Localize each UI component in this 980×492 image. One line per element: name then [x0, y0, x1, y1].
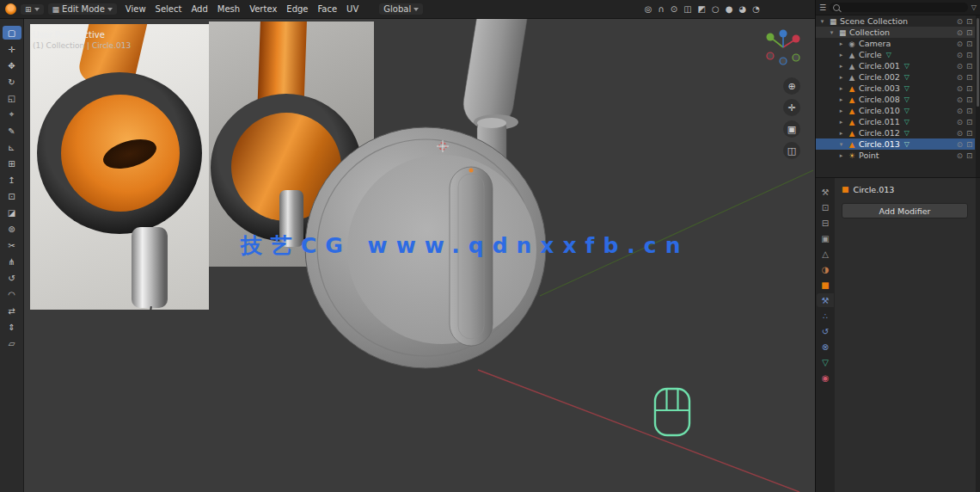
add-cube-tool[interactable]: ⊞	[3, 157, 21, 170]
hide-eye-toggle[interactable]: ⊙	[957, 95, 963, 104]
expand-arrow-icon[interactable]: ▸	[837, 108, 845, 114]
menu-vertex[interactable]: Vertex	[245, 3, 281, 15]
disable-render-toggle[interactable]: ⊡	[966, 129, 972, 138]
outliner-row[interactable]: ▾ ▦ Scene Collection ⊙ ⊡	[816, 15, 975, 27]
scale-tool[interactable]: ◱	[3, 91, 21, 105]
outliner-row[interactable]: ▸ ▲ Circle.008 ▽ ⊙ ⊡	[816, 94, 975, 105]
expand-arrow-icon[interactable]: ▸	[837, 152, 845, 159]
tab-view-layer[interactable]: ▣	[817, 231, 834, 245]
blender-logo-icon[interactable]	[5, 3, 16, 15]
disable-render-toggle[interactable]: ⊡	[966, 73, 972, 82]
outliner-row[interactable]: ▸ ▲ Circle.010 ▽ ⊙ ⊡	[816, 105, 975, 116]
outliner-row[interactable]: ▸ ▲ Circle.011 ▽ ⊙ ⊡	[816, 116, 975, 127]
tab-material[interactable]: ◉	[817, 371, 834, 384]
zoom-icon[interactable]: ⊕	[783, 77, 800, 95]
transform-tool[interactable]: ⌖	[3, 108, 21, 121]
expand-arrow-icon[interactable]: ▸	[837, 119, 845, 126]
expand-arrow-icon[interactable]: ▸	[837, 96, 845, 103]
viewport-3d[interactable]: User Perspective (1) Collection | Circle…	[24, 19, 815, 492]
expand-arrow-icon[interactable]: ▸	[837, 74, 845, 81]
poly-build-tool[interactable]: ⋔	[3, 255, 21, 268]
tab-constraints[interactable]: ⊗	[817, 340, 834, 354]
tab-object-data[interactable]: ▽	[817, 355, 834, 369]
select-box-tool[interactable]: ▢	[3, 26, 21, 40]
toggle-ortho-icon[interactable]: ◫	[783, 142, 800, 159]
move-tool[interactable]: ✥	[3, 58, 21, 72]
hide-eye-toggle[interactable]: ⊙	[957, 129, 963, 138]
outliner-row[interactable]: ▸ ▲ Circle ▽ ⊙ ⊡	[816, 49, 975, 60]
loop-cut-tool[interactable]: ⊜	[3, 222, 21, 236]
transform-orientation-dropdown[interactable]: Global	[379, 3, 423, 15]
menu-mesh[interactable]: Mesh	[213, 3, 244, 15]
pan-hand-icon[interactable]: ✛	[783, 99, 800, 116]
expand-arrow-icon[interactable]: ▸	[837, 40, 845, 47]
expand-arrow-icon[interactable]: ▸	[837, 63, 845, 70]
disable-render-toggle[interactable]: ⊡	[966, 62, 972, 71]
measure-tool[interactable]: ⊾	[3, 140, 21, 154]
expand-arrow-icon[interactable]: ▾	[837, 141, 845, 148]
shading-material-icon[interactable]: ◕	[739, 0, 747, 19]
smooth-tool[interactable]: ◠	[3, 287, 21, 301]
hide-eye-toggle[interactable]: ⊙	[957, 118, 963, 126]
menu-view[interactable]: View	[121, 3, 150, 15]
menu-add[interactable]: Add	[187, 3, 211, 15]
proportional-editing-icon[interactable]: ◎	[645, 0, 652, 19]
bevel-tool[interactable]: ◪	[3, 206, 21, 219]
editor-type-selector[interactable]: ⊞	[21, 4, 44, 15]
disable-render-toggle[interactable]: ⊡	[966, 95, 972, 104]
shading-solid-icon[interactable]: ●	[726, 0, 733, 19]
disable-render-toggle[interactable]: ⊡	[966, 107, 972, 115]
tab-scene[interactable]: △	[817, 247, 834, 261]
menu-select[interactable]: Select	[151, 3, 187, 15]
tab-physics[interactable]: ↺	[817, 324, 834, 338]
outliner-search[interactable]	[830, 3, 968, 12]
overlays-icon[interactable]: ◫	[683, 0, 691, 19]
hide-eye-toggle[interactable]: ⊙	[957, 40, 963, 48]
expand-arrow-icon[interactable]: ▾	[818, 18, 826, 25]
menu-uv[interactable]: UV	[342, 3, 363, 15]
tab-object[interactable]: ■	[817, 278, 834, 292]
disable-render-toggle[interactable]: ⊡	[966, 140, 972, 149]
disable-render-toggle[interactable]: ⊡	[966, 84, 972, 93]
tab-render[interactable]: ⊡	[817, 200, 834, 214]
tab-tool[interactable]: ⚒	[817, 185, 834, 199]
navigation-gizmo[interactable]	[763, 28, 803, 67]
expand-arrow-icon[interactable]: ▾	[828, 29, 836, 36]
disable-render-toggle[interactable]: ⊡	[966, 40, 972, 48]
expand-arrow-icon[interactable]: ▸	[837, 85, 845, 92]
xray-toggle-icon[interactable]: ◩	[698, 0, 706, 19]
hide-eye-toggle[interactable]: ⊙	[957, 28, 963, 37]
add-modifier-button[interactable]: Add Modifier	[842, 203, 968, 218]
hide-eye-toggle[interactable]: ⊙	[957, 107, 963, 115]
disable-render-toggle[interactable]: ⊡	[966, 151, 972, 160]
outliner-row[interactable]: ▸ ◉ Camera ⊙ ⊡	[816, 38, 975, 49]
disable-render-toggle[interactable]: ⊡	[966, 118, 972, 126]
expand-arrow-icon[interactable]: ▸	[837, 130, 845, 137]
snap-magnet-icon[interactable]: ∩	[658, 0, 664, 19]
menu-edge[interactable]: Edge	[282, 3, 312, 15]
shear-tool[interactable]: ▱	[3, 336, 21, 350]
shading-wireframe-icon[interactable]: ○	[712, 0, 720, 19]
extrude-tool[interactable]: ↥	[3, 173, 21, 187]
outliner-row[interactable]: ▸ ▲ Circle.002 ▽ ⊙ ⊡	[816, 71, 975, 83]
shading-rendered-icon[interactable]: ◔	[752, 0, 760, 19]
menu-face[interactable]: Face	[313, 3, 341, 15]
tab-modifiers[interactable]: ⚒	[817, 293, 834, 307]
pivot-point-icon[interactable]: ⊙	[671, 0, 677, 19]
outliner-editor-icon[interactable]: ☰	[819, 3, 826, 12]
disable-render-toggle[interactable]: ⊡	[966, 28, 972, 37]
outliner-row[interactable]: ▸ ☀ Point ⊙ ⊡	[816, 150, 975, 161]
knife-tool[interactable]: ✂	[3, 238, 21, 252]
filter-icon[interactable]: ▽	[971, 3, 977, 11]
outliner-scrollbar[interactable]	[976, 15, 980, 177]
cursor-tool[interactable]: ✛	[3, 42, 21, 56]
camera-view-icon[interactable]: ▣	[783, 120, 800, 138]
hide-eye-toggle[interactable]: ⊙	[957, 140, 963, 149]
hide-eye-toggle[interactable]: ⊙	[957, 84, 963, 93]
disable-render-toggle[interactable]: ⊡	[966, 17, 972, 26]
tab-output[interactable]: ⊟	[817, 216, 834, 230]
inset-faces-tool[interactable]: ⊡	[3, 189, 21, 203]
tab-world[interactable]: ◑	[817, 262, 834, 276]
hide-eye-toggle[interactable]: ⊙	[957, 51, 963, 59]
outliner-row[interactable]: ▸ ▲ Circle.003 ▽ ⊙ ⊡	[816, 83, 975, 94]
